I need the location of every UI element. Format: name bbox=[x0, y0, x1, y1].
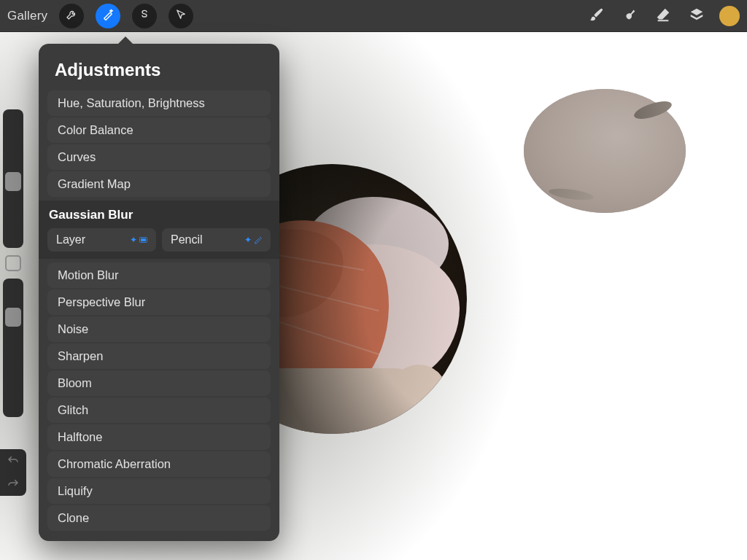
adjustment-sharpen[interactable]: Sharpen bbox=[47, 343, 271, 369]
mode-label: Layer bbox=[56, 233, 85, 246]
left-sidebar bbox=[0, 109, 26, 496]
gaussian-blur-title: Gaussian Blur bbox=[47, 205, 271, 228]
layers-icon bbox=[688, 7, 705, 26]
actions-button[interactable] bbox=[59, 4, 84, 28]
adjustments-list: Hue, Saturation, Brightness Color Balanc… bbox=[47, 90, 271, 531]
eraser-icon bbox=[654, 7, 673, 26]
redo-button[interactable] bbox=[0, 472, 26, 496]
brush-icon bbox=[587, 7, 605, 26]
pencil-mode-icon: ✦ bbox=[244, 233, 262, 246]
wrench-icon bbox=[65, 8, 78, 24]
gallery-button[interactable]: Gallery bbox=[7, 9, 47, 23]
redo-icon bbox=[7, 478, 20, 491]
adjustments-panel: Adjustments Hue, Saturation, Brightness … bbox=[39, 44, 279, 541]
adjustment-color-balance[interactable]: Color Balance bbox=[47, 117, 271, 143]
undo-redo-group bbox=[0, 449, 26, 496]
modify-square-button[interactable] bbox=[5, 255, 21, 271]
adjustment-motion-blur[interactable]: Motion Blur bbox=[47, 262, 271, 288]
adjustment-halftone[interactable]: Halftone bbox=[47, 424, 271, 450]
slider-thumb[interactable] bbox=[5, 172, 21, 191]
adjustment-gaussian-blur-expanded: Gaussian Blur Layer ✦ Pencil ✦ bbox=[39, 201, 279, 259]
svg-rect-1 bbox=[141, 238, 146, 241]
panel-title: Adjustments bbox=[47, 57, 271, 90]
slider-thumb[interactable] bbox=[5, 308, 21, 327]
adjustment-chromatic-aberration[interactable]: Chromatic Aberration bbox=[47, 451, 271, 477]
color-swatch-button[interactable] bbox=[719, 6, 740, 26]
adjustment-liquify[interactable]: Liquify bbox=[47, 478, 271, 504]
adjustment-curves[interactable]: Curves bbox=[47, 144, 271, 170]
smudge-tool-button[interactable] bbox=[619, 5, 640, 27]
eraser-tool-button[interactable] bbox=[652, 5, 674, 27]
layer-mode-icon: ✦ bbox=[130, 233, 147, 246]
adjustments-button[interactable] bbox=[96, 4, 120, 28]
gaussian-blur-pencil-button[interactable]: Pencil ✦ bbox=[162, 228, 271, 252]
gaussian-blur-layer-button[interactable]: Layer ✦ bbox=[47, 228, 156, 252]
adjustment-noise[interactable]: Noise bbox=[47, 316, 271, 342]
adjustment-bloom[interactable]: Bloom bbox=[47, 370, 271, 396]
smudge-icon bbox=[621, 7, 638, 26]
magic-wand-icon bbox=[101, 8, 115, 24]
brush-tool-button[interactable] bbox=[585, 5, 607, 27]
adjustment-clone[interactable]: Clone bbox=[47, 505, 271, 531]
mode-label: Pencil bbox=[171, 233, 203, 246]
undo-button[interactable] bbox=[0, 449, 26, 472]
brush-size-slider[interactable] bbox=[3, 109, 23, 248]
top-toolbar: Gallery bbox=[0, 0, 747, 32]
arrow-cursor-icon bbox=[174, 8, 187, 24]
adjustment-perspective-blur[interactable]: Perspective Blur bbox=[47, 289, 271, 315]
artwork-plate bbox=[524, 89, 686, 213]
adjustment-hue-saturation-brightness[interactable]: Hue, Saturation, Brightness bbox=[47, 90, 271, 116]
transform-button[interactable] bbox=[169, 4, 193, 28]
layers-button[interactable] bbox=[686, 5, 708, 27]
adjustment-gradient-map[interactable]: Gradient Map bbox=[47, 171, 271, 197]
adjustment-glitch[interactable]: Glitch bbox=[47, 397, 271, 423]
undo-icon bbox=[7, 454, 20, 467]
selection-s-icon bbox=[138, 8, 151, 24]
opacity-slider[interactable] bbox=[3, 279, 23, 417]
selection-button[interactable] bbox=[132, 4, 157, 28]
